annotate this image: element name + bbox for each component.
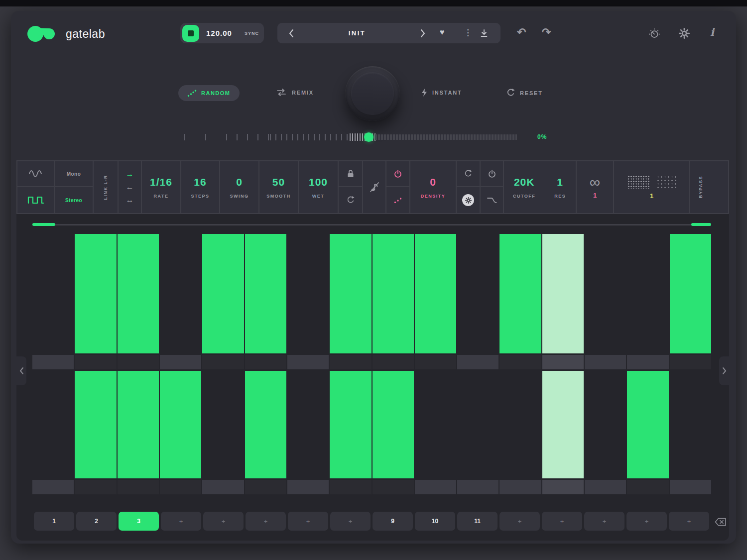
step-handle[interactable]	[330, 355, 371, 369]
pattern-slot-empty[interactable]: +	[669, 512, 709, 531]
step-bar-playhead[interactable]	[542, 234, 584, 353]
step-left-14[interactable]	[585, 234, 626, 369]
step-bar-area[interactable]	[330, 371, 371, 478]
step-handle[interactable]	[202, 480, 244, 494]
mute-note-button[interactable]	[363, 161, 386, 213]
step-left-16[interactable]	[670, 234, 711, 369]
slider-ticks-medium[interactable]	[226, 134, 270, 140]
wet-control[interactable]: 100 WET	[299, 161, 339, 213]
pattern-slot-empty[interactable]: +	[203, 512, 244, 531]
step-right-9[interactable]	[373, 371, 414, 494]
step-bar-area[interactable]	[499, 234, 541, 353]
density-power-button[interactable]	[386, 161, 409, 187]
pattern-button-3[interactable]: 3	[119, 512, 159, 531]
pattern-button-2[interactable]: 2	[76, 512, 117, 531]
step-left-10[interactable]	[415, 234, 456, 369]
step-handle[interactable]	[245, 480, 286, 494]
filter-cycle-button[interactable]	[457, 161, 480, 187]
stereo-button[interactable]: Stereo	[55, 187, 93, 213]
pattern-slot-empty[interactable]: +	[542, 512, 582, 531]
step-bar-area[interactable]	[245, 234, 286, 353]
step-handle[interactable]	[118, 480, 159, 494]
step-bar[interactable]	[670, 234, 711, 353]
step-bar[interactable]	[499, 234, 541, 353]
step-right-1[interactable]	[32, 371, 74, 494]
step-left-8[interactable]	[330, 234, 371, 369]
step-handle[interactable]	[457, 480, 498, 494]
step-handle[interactable]	[160, 480, 201, 494]
filter-slope-button[interactable]	[481, 187, 503, 213]
step-left-6[interactable]	[245, 234, 286, 369]
pattern-delete-button[interactable]	[714, 516, 728, 528]
step-bar[interactable]	[415, 234, 456, 353]
pattern-button-9[interactable]: 9	[373, 512, 413, 531]
reset-button[interactable]: RESET	[506, 88, 543, 98]
step-handle[interactable]	[457, 355, 498, 369]
step-left-9[interactable]	[373, 234, 414, 369]
step-left-5[interactable]	[202, 234, 244, 369]
lock-button[interactable]	[339, 161, 362, 187]
step-handle[interactable]	[542, 355, 584, 369]
pattern-button-10[interactable]: 10	[415, 512, 455, 531]
step-bar[interactable]	[75, 371, 116, 478]
cutoff-control[interactable]: 20K CUTOFF	[504, 176, 544, 199]
step-bar[interactable]	[245, 234, 286, 353]
loop-track[interactable]	[32, 224, 711, 225]
step-handle[interactable]	[670, 480, 711, 494]
step-right-10[interactable]	[415, 371, 456, 494]
step-bar[interactable]	[202, 234, 244, 353]
pattern-slot-empty[interactable]: +	[161, 512, 201, 531]
step-left-11[interactable]	[457, 234, 498, 369]
preset-next-button[interactable]	[420, 29, 426, 38]
loop-length-control[interactable]: ∞ 1	[577, 161, 614, 213]
swing-control[interactable]: 0 SWING	[220, 161, 259, 213]
settings-gear-icon[interactable]	[678, 27, 690, 39]
step-bar-area[interactable]	[118, 234, 159, 353]
step-left-7[interactable]	[287, 234, 329, 369]
loop-start-marker[interactable]	[32, 223, 55, 226]
step-handle[interactable]	[499, 480, 541, 494]
step-bar-area[interactable]	[160, 234, 201, 353]
preset-name[interactable]: INIT	[332, 29, 382, 37]
step-right-7[interactable]	[287, 371, 329, 494]
rate-control[interactable]: 1/16 RATE	[142, 161, 181, 213]
step-right-12[interactable]	[499, 371, 541, 494]
step-bar-area[interactable]	[585, 371, 626, 478]
scroll-right-button[interactable]	[719, 356, 729, 385]
step-left-2[interactable]	[75, 234, 116, 369]
step-handle[interactable]	[373, 480, 414, 494]
step-handle[interactable]	[160, 355, 201, 369]
pattern-slot-empty[interactable]: +	[330, 512, 371, 531]
step-bar[interactable]	[373, 234, 414, 353]
density-dots-button[interactable]	[386, 187, 409, 213]
step-handle[interactable]	[499, 355, 541, 369]
slider-handle[interactable]	[364, 132, 374, 142]
step-bar-area[interactable]	[542, 234, 584, 353]
slider-ticks-sparse[interactable]	[184, 134, 226, 140]
preset-prev-button[interactable]	[288, 29, 294, 38]
step-bar-area[interactable]	[32, 371, 74, 478]
direction-forward-icon[interactable]: →	[126, 170, 134, 178]
steps-control[interactable]: 16 STEPS	[181, 161, 220, 213]
step-bar-area[interactable]	[287, 234, 329, 353]
pattern-slot-empty[interactable]: +	[499, 512, 540, 531]
step-bar-area[interactable]	[457, 371, 498, 478]
step-bar-area[interactable]	[415, 371, 456, 478]
step-handle[interactable]	[118, 355, 159, 369]
step-bar-area[interactable]	[75, 234, 116, 353]
main-knob[interactable]	[345, 66, 400, 121]
step-handle[interactable]	[75, 480, 116, 494]
step-bar-area[interactable]	[32, 234, 74, 353]
step-bar[interactable]	[160, 371, 201, 478]
step-handle[interactable]	[287, 355, 329, 369]
step-handle[interactable]	[670, 355, 711, 369]
step-right-13[interactable]	[542, 371, 584, 494]
step-bar-area[interactable]	[118, 371, 159, 478]
step-right-14[interactable]	[585, 371, 626, 494]
pattern-button-1[interactable]: 1	[34, 512, 74, 531]
step-handle[interactable]	[245, 355, 286, 369]
step-bar-area[interactable]	[627, 234, 668, 353]
bypass-button[interactable]: BYPASS	[690, 161, 711, 213]
random-button[interactable]: RANDOM	[178, 85, 240, 101]
pattern-slot-empty[interactable]: +	[626, 512, 667, 531]
